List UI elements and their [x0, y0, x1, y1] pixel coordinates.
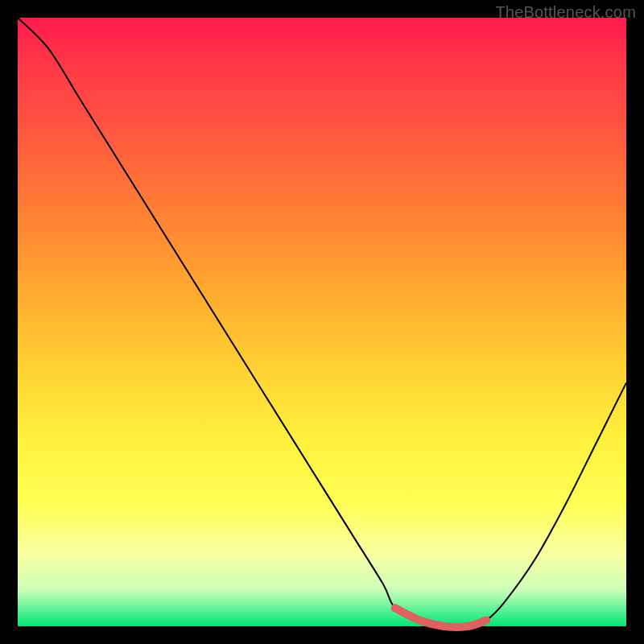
chart-svg: [18, 18, 626, 626]
chart-area: [18, 18, 626, 626]
bottleneck-curve: [18, 18, 626, 627]
watermark-text: TheBottleneck.com: [495, 3, 636, 22]
highlight-segment: [395, 608, 486, 627]
